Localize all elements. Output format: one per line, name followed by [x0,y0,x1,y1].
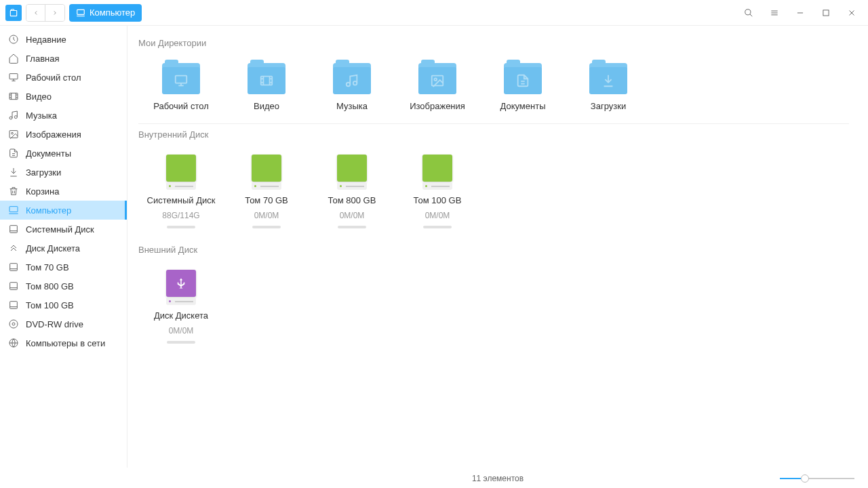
item-label: Том 100 GB [414,195,462,207]
back-button[interactable] [26,5,45,21]
video-icon [8,91,19,102]
disk-icon [421,155,454,191]
sidebar-item-label: Видео [26,92,52,102]
sidebar-item-label: Главная [26,54,59,64]
sidebar-item-label: Недавние [26,35,66,45]
minimize-button[interactable] [789,2,811,24]
sidebar-item-video[interactable]: Видео [0,87,127,106]
sidebar-item-tom70[interactable]: Том 70 GB [0,258,127,277]
item-label: Том 800 GB [328,195,376,207]
zoom-slider[interactable] [780,477,854,480]
disk-item[interactable]: Том 100 GB 0M/0M [395,152,480,239]
folder-icon [504,63,542,94]
toolbar: Компьютер [0,0,868,26]
disk-icon [8,281,19,291]
sidebar-item-dvd[interactable]: DVD-RW drive [0,314,127,333]
item-label: Музыка [336,101,368,113]
sidebar-item-desktop[interactable]: Рабочий стол [0,68,127,87]
folder-icon [333,63,371,94]
sidebar-item-images[interactable]: Изображения [0,125,127,144]
item-label: Диск Дискета [154,310,208,322]
folder-item[interactable]: Изображения [395,60,480,123]
disk-icon [8,262,19,272]
sidebar-item-label: Документы [26,148,71,159]
sidebar-item-label: Системный Диск [26,224,94,235]
section-title-internal: Внутренний Диск [138,129,849,140]
sidebar-item-label: Музыка [26,110,57,121]
sidebar-item-recent[interactable]: Недавние [0,30,127,49]
maximize-button[interactable] [815,2,837,24]
svg-rect-14 [823,9,829,15]
disk-item[interactable]: Том 800 GB 0M/0M [309,152,395,239]
folder-icon [162,63,200,94]
sidebar-item-home[interactable]: Главная [0,49,127,68]
sidebar-item-label: Корзина [26,186,60,197]
disk-icon [250,155,283,191]
folder-icon [248,63,285,94]
search-button[interactable] [738,2,760,24]
zoom-thumb[interactable] [801,474,809,483]
item-label: Том 70 GB [245,195,288,207]
sidebar-item-sysdisk[interactable]: Системный Диск [0,220,127,239]
sidebar-item-tom800[interactable]: Том 800 GB [0,277,127,296]
sidebar-item-documents[interactable]: Документы [0,144,127,163]
forward-button[interactable] [45,5,64,21]
svg-point-13 [745,9,751,14]
download-icon [8,167,19,178]
computer-icon [8,205,19,216]
item-sub: 0M/0M [254,211,279,220]
nav-group [26,4,65,22]
sidebar-item-label: DVD-RW drive [26,319,83,329]
document-icon [8,148,19,159]
folder-item[interactable]: Загрузки [566,60,651,123]
disk-icon [165,155,197,191]
folder-item[interactable]: Рабочий стол [138,60,224,123]
folder-icon [589,63,627,94]
sidebar-item-label: Загрузки [26,167,61,178]
item-label: Загрузки [591,101,626,113]
dvd-icon [8,319,19,329]
sidebar-item-label: Компьютер [26,205,71,216]
desktop-icon [8,72,19,83]
disk-icon [8,300,19,310]
sidebar-item-label: Диск Дискета [26,243,80,253]
disk-item[interactable]: Том 70 GB 0M/0M [224,152,309,239]
sidebar-item-trash[interactable]: Корзина [0,182,127,201]
statusbar: 11 элементов [127,468,868,488]
sidebar-item-floppy[interactable]: Диск Дискета [0,239,127,258]
item-sub: 0M/0M [169,326,194,336]
sidebar-item-tom100[interactable]: Том 100 GB [0,296,127,314]
disk-progress [252,226,281,228]
menu-button[interactable] [764,2,785,24]
section-title-mydirs: Мои Директории [138,38,849,48]
folder-item[interactable]: Документы [480,60,566,123]
folder-item[interactable]: Видео [224,60,309,123]
location-button[interactable]: Компьютер [69,4,142,22]
sidebar-item-label: Том 70 GB [26,262,69,272]
sidebar-item-computer[interactable]: Компьютер [0,201,127,220]
clock-icon [8,34,19,45]
app-icon [5,5,22,21]
item-label: Системный Диск [147,195,216,207]
disk-item[interactable]: Системный Диск 88G/114G [138,152,224,239]
disk-icon [336,155,368,191]
item-label: Изображения [410,101,465,113]
disk-icon [165,270,197,306]
sidebar-item-label: Том 100 GB [26,300,74,310]
sidebar-item-label: Изображения [26,129,81,140]
folder-icon [418,63,456,94]
status-text: 11 элементов [472,474,524,483]
disk-icon [8,224,19,235]
sidebar-item-network[interactable]: Компьютеры в сети [0,333,127,352]
sidebar-item-music[interactable]: Музыка [0,106,127,125]
sidebar-item-downloads[interactable]: Загрузки [0,163,127,182]
network-icon [8,338,19,348]
disk-item[interactable]: Диск Дискета 0M/0M [138,267,224,354]
disk-progress [167,341,195,344]
disk-progress [338,226,366,228]
sidebar-item-label: Компьютеры в сети [26,338,105,348]
trash-icon [8,186,19,197]
close-button[interactable] [841,2,863,24]
image-icon [8,129,19,140]
folder-item[interactable]: Музыка [309,60,395,123]
